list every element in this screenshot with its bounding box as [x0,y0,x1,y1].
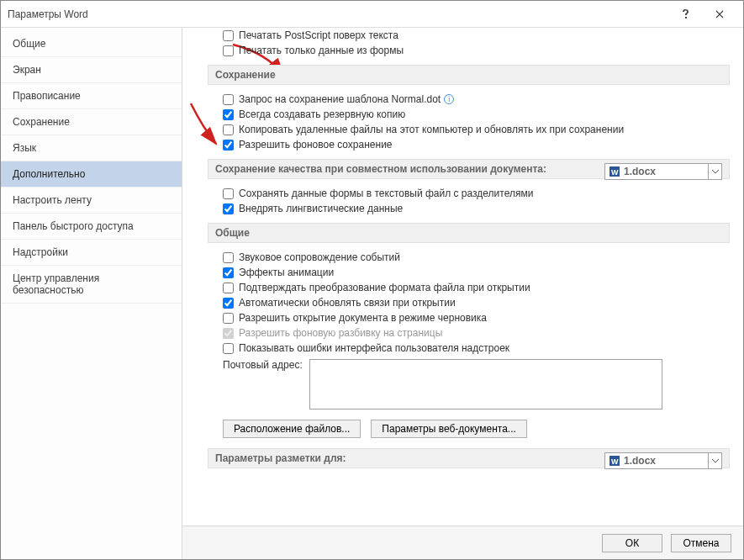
nav-display[interactable]: Экран [1,57,182,83]
nav-qat[interactable]: Панель быстрого доступа [1,214,182,240]
layout-doc-combo[interactable]: W 1.docx [604,452,722,469]
draft-label: Разрешить открытие документа в режиме че… [239,312,487,324]
ling-checkbox[interactable] [223,203,234,214]
anim-checkbox[interactable] [223,267,234,278]
nav-proofing[interactable]: Правописание [1,83,182,109]
backup-checkbox[interactable] [223,109,234,120]
opt-ling-row: Внедрять лингвистические данные [208,201,730,216]
ok-button[interactable]: ОК [602,534,662,552]
fidelity-doc-name: 1.docx [624,166,656,177]
section-fidelity-header: Сохранение качества при совместном испол… [208,159,730,179]
postscript-label: Печатать PostScript поверх текста [239,29,398,41]
options-dialog: Параметры Word Общие Экран Правописание … [0,0,744,560]
nav-save[interactable]: Сохранение [1,109,182,135]
cancel-button[interactable]: Отмена [671,534,731,552]
backup-label: Всегда создавать резервную копию [239,108,405,120]
autolinks-label: Автоматически обновлять связи при открыт… [239,297,456,309]
draft-checkbox[interactable] [223,313,234,324]
opt-formdata-row: Печатать только данные из формы [208,43,730,58]
confirm-label: Подтверждать преобразование формата файл… [239,282,530,293]
nav-advanced[interactable]: Дополнительно [1,161,182,188]
repag-label: Разрешить фоновую разбивку на страницы [239,327,442,339]
nav-ribbon[interactable]: Настроить ленту [1,188,182,214]
formtext-label: Сохранять данные формы в текстовый файл … [239,188,533,199]
opt-draft-row: Разрешить открытие документа в режиме че… [208,310,730,325]
word-doc-icon: W [609,166,620,177]
normal-checkbox[interactable] [223,94,234,105]
chevron-down-icon [708,453,721,468]
svg-text:W: W [611,168,619,177]
normal-label: Запрос на сохранение шаблона Normal.dot [239,93,441,105]
help-icon [682,8,690,20]
opt-normal-row: Запрос на сохранение шаблона Normal.dot … [208,92,730,107]
window-title: Параметры Word [8,8,669,20]
formdata-checkbox[interactable] [223,45,234,56]
section-layout-header: Параметры разметки для: W 1.docx [208,448,730,468]
opt-sound-row: Звуковое сопровождение событий [208,250,730,265]
mail-row: Почтовый адрес: [208,356,730,413]
nav-trust[interactable]: Центр управления безопасностью [1,266,182,304]
confirm-checkbox[interactable] [223,283,234,293]
web-options-button[interactable]: Параметры веб-документа... [371,420,526,438]
autolinks-checkbox[interactable] [223,298,234,309]
bgsave-checkbox[interactable] [223,140,234,151]
opt-repag-row: Разрешить фоновую разбивку на страницы [208,325,730,341]
nav-language[interactable]: Язык [1,135,182,161]
opt-confirm-row: Подтверждать преобразование формата файл… [208,280,730,295]
bgsave-label: Разрешить фоновое сохранение [239,139,393,151]
titlebar: Параметры Word [1,1,743,28]
main-panel: Печатать PostScript поверх текста Печата… [182,28,743,559]
opt-bgsave-row: Разрешить фоновое сохранение [208,137,730,152]
buttons-row: Расположение файлов... Параметры веб-док… [208,413,730,441]
anim-label: Эффекты анимации [239,267,334,278]
section-save-header: Сохранение [208,65,730,85]
opt-postscript-row: Печатать PostScript поверх текста [208,28,730,43]
content: Общие Экран Правописание Сохранение Язык… [1,28,743,559]
nav-addins[interactable]: Надстройки [1,240,182,266]
mail-input[interactable] [309,359,662,409]
repag-checkbox [223,328,234,339]
svg-text:W: W [611,457,619,466]
layout-doc-name: 1.docx [624,455,656,467]
close-icon [715,10,724,18]
layout-header-text: Параметры разметки для: [215,452,346,464]
opt-addinerr-row: Показывать ошибки интерфейса пользовател… [208,341,730,356]
info-icon[interactable]: i [444,94,454,104]
sidebar: Общие Экран Правописание Сохранение Язык… [1,28,182,559]
file-locations-button[interactable]: Расположение файлов... [223,420,361,438]
formdata-label: Печатать только данные из формы [239,45,404,56]
addinerr-label: Показывать ошибки интерфейса пользовател… [239,342,509,354]
chevron-down-icon [708,164,721,179]
close-button[interactable] [703,3,736,26]
formtext-checkbox[interactable] [223,188,234,199]
nav-general[interactable]: Общие [1,31,182,57]
postscript-checkbox[interactable] [223,30,234,41]
section-general-header: Общие [208,223,730,243]
dialog-footer: ОК Отмена [182,526,743,559]
help-button[interactable] [669,3,703,26]
mail-label: Почтовый адрес: [223,359,303,371]
remote-checkbox[interactable] [223,124,234,135]
remote-label: Копировать удаленные файлы на этот компь… [239,124,624,135]
addinerr-checkbox[interactable] [223,343,234,354]
word-doc-icon: W [609,455,620,467]
opt-anim-row: Эффекты анимации [208,265,730,280]
opt-backup-row: Всегда создавать резервную копию [208,107,730,122]
opt-remote-row: Копировать удаленные файлы на этот компь… [208,122,730,137]
scroll-area[interactable]: Печатать PostScript поверх текста Печата… [182,28,743,526]
opt-formtext-row: Сохранять данные формы в текстовый файл … [208,186,730,201]
sound-label: Звуковое сопровождение событий [239,251,400,263]
fidelity-doc-combo[interactable]: W 1.docx [604,163,722,180]
sound-checkbox[interactable] [223,252,234,263]
opt-autolinks-row: Автоматически обновлять связи при открыт… [208,295,730,310]
ling-label: Внедрять лингвистические данные [239,203,403,214]
fidelity-header-text: Сохранение качества при совместном испол… [215,163,546,175]
